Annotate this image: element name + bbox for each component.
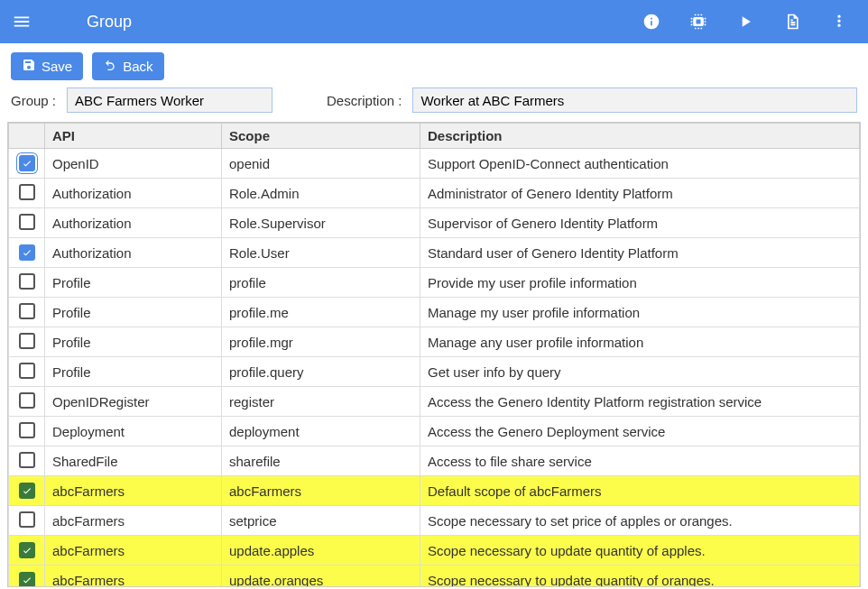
table-row[interactable]: Profileprofile.meManage my user profile … bbox=[9, 298, 860, 327]
cell-description: Provide my user profile information bbox=[420, 268, 860, 298]
checkbox-cell bbox=[9, 238, 45, 268]
cell-api: Deployment bbox=[45, 417, 222, 446]
table-row[interactable]: AuthorizationRole.UserStandard user of G… bbox=[9, 238, 860, 268]
form-row: Group : Description : bbox=[0, 87, 868, 122]
save-button-label: Save bbox=[42, 59, 72, 74]
cell-description: Manage my user profile information bbox=[420, 298, 860, 327]
cell-api: abcFarmers bbox=[45, 476, 222, 506]
cell-api: OpenID bbox=[45, 149, 222, 179]
save-icon bbox=[22, 58, 36, 75]
col-api[interactable]: API bbox=[45, 124, 222, 149]
row-checkbox[interactable] bbox=[19, 511, 35, 528]
cell-description: Scope necessary to update quantity of or… bbox=[420, 566, 860, 588]
table-row[interactable]: abcFarmersupdate.applesScope necessary t… bbox=[9, 536, 860, 566]
cell-api: abcFarmers bbox=[45, 506, 222, 536]
cell-api: Profile bbox=[45, 298, 222, 327]
row-checkbox[interactable] bbox=[19, 572, 35, 587]
cell-api: Authorization bbox=[45, 208, 222, 238]
cell-description: Access the Genero Deployment service bbox=[420, 417, 860, 446]
save-button[interactable]: Save bbox=[11, 52, 83, 80]
cell-description: Default scope of abcFarmers bbox=[420, 476, 860, 506]
table-row[interactable]: SharedFilesharefileAccess to file share … bbox=[9, 446, 860, 476]
checkbox-cell bbox=[9, 149, 45, 179]
cell-api: abcFarmers bbox=[45, 536, 222, 566]
menu-icon[interactable] bbox=[11, 11, 32, 32]
table-row[interactable]: abcFarmersupdate.orangesScope necessary … bbox=[9, 566, 860, 588]
cell-scope: profile.me bbox=[222, 298, 420, 327]
table-row[interactable]: Profileprofile.queryGet user info by que… bbox=[9, 357, 860, 387]
cell-api: Profile bbox=[45, 357, 222, 387]
cell-description: Administrator of Genero Identity Platfor… bbox=[420, 179, 860, 208]
row-checkbox[interactable] bbox=[19, 483, 35, 499]
table-row[interactable]: DeploymentdeploymentAccess the Genero De… bbox=[9, 417, 860, 446]
cell-api: Profile bbox=[45, 268, 222, 298]
cell-description: Support OpenID-Connect authentication bbox=[420, 149, 860, 179]
cell-scope: profile.mgr bbox=[222, 327, 420, 357]
table-row[interactable]: OpenIDopenidSupport OpenID-Connect authe… bbox=[9, 149, 860, 179]
description-input[interactable] bbox=[412, 87, 857, 113]
document-icon[interactable] bbox=[781, 11, 803, 32]
checkbox-cell bbox=[9, 179, 45, 208]
checkbox-cell bbox=[9, 506, 45, 536]
back-button-label: Back bbox=[123, 59, 152, 74]
cell-scope: openid bbox=[222, 149, 420, 179]
checkbox-cell bbox=[9, 387, 45, 417]
cell-scope: Role.Supervisor bbox=[222, 208, 420, 238]
row-checkbox[interactable] bbox=[19, 333, 35, 349]
col-check[interactable] bbox=[9, 124, 45, 149]
cell-scope: sharefile bbox=[222, 446, 420, 476]
group-label: Group : bbox=[11, 93, 56, 108]
cell-scope: register bbox=[222, 387, 420, 417]
undo-icon bbox=[103, 58, 117, 75]
table-row[interactable]: ProfileprofileProvide my user profile in… bbox=[9, 268, 860, 298]
cell-description: Manage any user profile information bbox=[420, 327, 860, 357]
cell-api: abcFarmers bbox=[45, 566, 222, 588]
row-checkbox[interactable] bbox=[19, 155, 35, 171]
page-title: Group bbox=[87, 13, 132, 32]
cell-description: Scope necessary to update quantity of ap… bbox=[420, 536, 860, 566]
group-input[interactable] bbox=[67, 87, 272, 113]
checkbox-cell bbox=[9, 446, 45, 476]
table-row[interactable]: OpenIDRegisterregisterAccess the Genero … bbox=[9, 387, 860, 417]
checkbox-cell bbox=[9, 357, 45, 387]
row-checkbox[interactable] bbox=[19, 244, 35, 261]
description-label: Description : bbox=[327, 93, 402, 108]
row-checkbox[interactable] bbox=[19, 273, 35, 290]
row-checkbox[interactable] bbox=[19, 452, 35, 468]
cell-scope: profile bbox=[222, 268, 420, 298]
back-button[interactable]: Back bbox=[92, 52, 163, 80]
cell-scope: profile.query bbox=[222, 357, 420, 387]
more-icon[interactable] bbox=[828, 11, 850, 32]
row-checkbox[interactable] bbox=[19, 422, 35, 438]
permissions-table-wrap[interactable]: API Scope Description OpenIDopenidSuppor… bbox=[7, 122, 861, 587]
table-row[interactable]: abcFarmerssetpriceScope necessary to set… bbox=[9, 506, 860, 536]
cell-description: Access the Genero Identity Platform regi… bbox=[420, 387, 860, 417]
table-row[interactable]: abcFarmersabcFarmersDefault scope of abc… bbox=[9, 476, 860, 506]
cell-api: OpenIDRegister bbox=[45, 387, 222, 417]
cell-scope: update.apples bbox=[222, 536, 420, 566]
chip-icon[interactable] bbox=[688, 11, 709, 32]
row-checkbox[interactable] bbox=[19, 303, 35, 319]
cell-api: Profile bbox=[45, 327, 222, 357]
row-checkbox[interactable] bbox=[19, 392, 35, 409]
appbar: Group bbox=[0, 0, 868, 43]
cell-api: Authorization bbox=[45, 179, 222, 208]
table-row[interactable]: AuthorizationRole.AdminAdministrator of … bbox=[9, 179, 860, 208]
checkbox-cell bbox=[9, 327, 45, 357]
table-row[interactable]: Profileprofile.mgrManage any user profil… bbox=[9, 327, 860, 357]
col-scope[interactable]: Scope bbox=[222, 124, 420, 149]
checkbox-cell bbox=[9, 208, 45, 238]
row-checkbox[interactable] bbox=[19, 363, 35, 379]
checkbox-cell bbox=[9, 536, 45, 566]
cell-scope: abcFarmers bbox=[222, 476, 420, 506]
table-row[interactable]: AuthorizationRole.SupervisorSupervisor o… bbox=[9, 208, 860, 238]
play-icon[interactable] bbox=[734, 11, 756, 32]
row-checkbox[interactable] bbox=[19, 214, 35, 230]
permissions-table: API Scope Description OpenIDopenidSuppor… bbox=[8, 123, 860, 587]
row-checkbox[interactable] bbox=[19, 184, 35, 200]
cell-description: Get user info by query bbox=[420, 357, 860, 387]
col-description[interactable]: Description bbox=[420, 124, 860, 149]
info-icon[interactable] bbox=[641, 11, 662, 32]
row-checkbox[interactable] bbox=[19, 542, 35, 558]
checkbox-cell bbox=[9, 476, 45, 506]
